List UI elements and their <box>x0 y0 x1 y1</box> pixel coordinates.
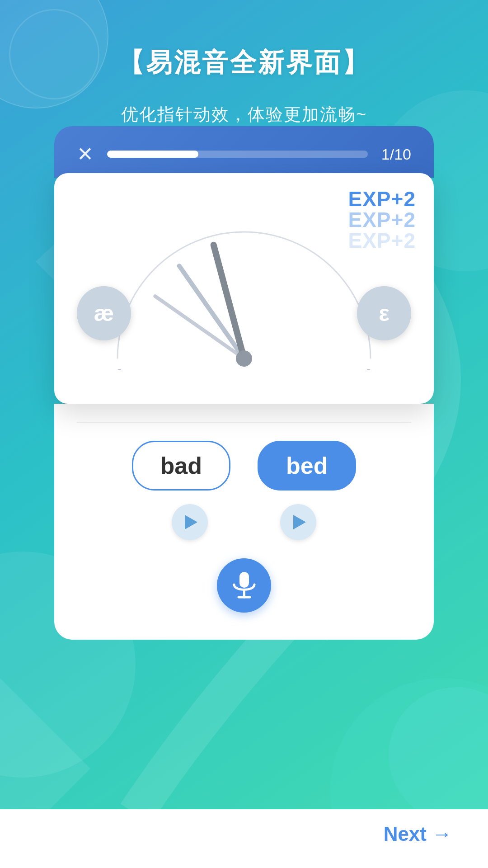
play-btn-left[interactable] <box>172 504 208 540</box>
word-choices: bad bed <box>77 441 411 491</box>
mic-section <box>77 558 411 613</box>
next-label: Next <box>384 823 427 845</box>
phoneme-left-btn[interactable]: æ <box>77 286 131 340</box>
play-btn-right[interactable] <box>280 504 316 540</box>
svg-rect-41 <box>239 572 249 588</box>
play-icon-right <box>293 515 306 529</box>
quiz-header-card: ✕ 1/10 <box>54 126 434 178</box>
screen-bottom: Next → <box>0 809 488 868</box>
quiz-main-card: EXP+2 EXP+2 EXP+2 æ <box>54 173 434 404</box>
bottom-card: bad bed <box>54 404 434 640</box>
word-choice-bed[interactable]: bed <box>258 441 356 491</box>
phoneme-right-container: ε <box>357 286 411 340</box>
phoneme-right-btn[interactable]: ε <box>357 286 411 340</box>
gauge-container: æ <box>77 200 411 381</box>
card-divider <box>77 422 411 423</box>
svg-line-35 <box>367 369 370 370</box>
next-button[interactable]: Next → <box>384 823 452 845</box>
subtitle: 优化指针动效，体验更加流畅~ <box>118 103 370 126</box>
mic-icon <box>232 571 257 600</box>
close-button[interactable]: ✕ <box>77 144 94 164</box>
word-choice-bad[interactable]: bad <box>132 441 230 491</box>
page-content: 【易混音全新界面】 优化指针动效，体验更加流畅~ ✕ 1/10 EXP+2 EX… <box>0 0 488 868</box>
progress-bar-wrap <box>107 151 368 158</box>
next-arrow: → <box>432 823 452 845</box>
phoneme-left-container: æ <box>77 286 131 340</box>
play-buttons <box>77 504 411 540</box>
mic-button[interactable] <box>217 558 271 613</box>
progress-text: 1/10 <box>381 146 411 163</box>
progress-bar-fill <box>107 151 198 158</box>
play-icon-left <box>185 515 197 529</box>
app-mockup: ✕ 1/10 EXP+2 EXP+2 EXP+2 æ <box>54 126 434 640</box>
main-title: 【易混音全新界面】 <box>118 45 370 80</box>
svg-line-18 <box>118 369 121 370</box>
title-section: 【易混音全新界面】 优化指针动效，体验更加流畅~ <box>118 0 370 126</box>
